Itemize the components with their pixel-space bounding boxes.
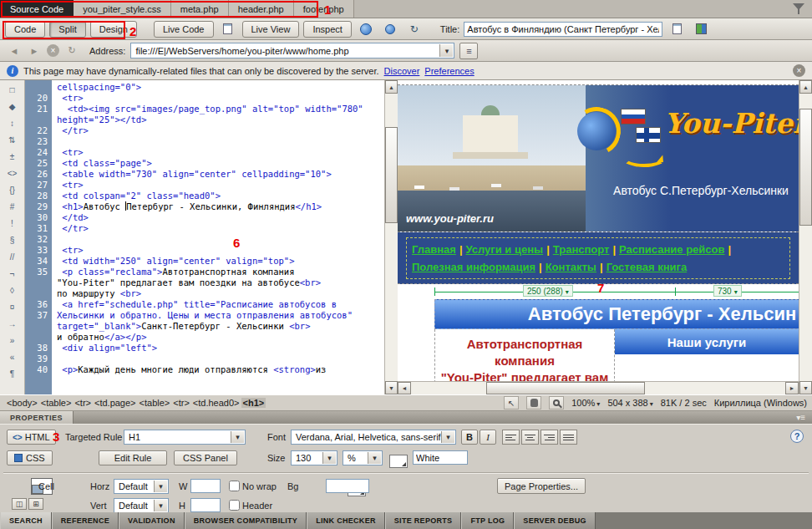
font-select[interactable]: Verdana, Arial, Helvetica, sans-serif: [291, 430, 456, 445]
open-documents-icon[interactable]: □: [4, 84, 21, 96]
design-h-thumb[interactable]: [486, 382, 645, 394]
site-nav-link[interactable]: Гостевая книга: [606, 261, 688, 273]
code-text[interactable]: [52, 136, 384, 147]
text-color-swatch[interactable]: [389, 455, 408, 468]
bottom-tab-browser-compatibility[interactable]: BROWSER COMPATIBILITY: [185, 512, 307, 529]
code-scrollbar[interactable]: ▲ ▼: [384, 80, 398, 394]
code-text[interactable]: <table width="730" align="center" cellpa…: [52, 169, 384, 180]
syntax-error-alerts-icon[interactable]: §: [4, 234, 21, 247]
code-text[interactable]: </tr>: [52, 125, 384, 136]
scroll-right-icon[interactable]: ►: [785, 382, 799, 394]
bg-color-input[interactable]: [326, 479, 369, 493]
code-text[interactable]: </tr>: [52, 223, 384, 234]
live-view-button[interactable]: Live View: [242, 21, 300, 38]
split-view-button[interactable]: Split: [49, 21, 85, 38]
highlight-invalid-code-icon[interactable]: !: [4, 217, 21, 230]
bottom-tab-search[interactable]: SEARCH: [0, 512, 52, 529]
design-scrollbar-thumb[interactable]: [799, 109, 812, 226]
code-text[interactable]: <h1>Автобус Петербург - Хельсинки, Финля…: [52, 201, 384, 212]
scroll-down-icon[interactable]: ▼: [799, 381, 812, 394]
related-file-tab[interactable]: you_piter_style.css: [74, 0, 171, 18]
targeted-rule-select[interactable]: H1: [124, 430, 246, 445]
site-nav-link[interactable]: Полезная информация: [412, 261, 535, 273]
site-nav-link[interactable]: Главная: [412, 243, 456, 256]
preview-in-browser-icon[interactable]: [356, 21, 376, 38]
code-view-button[interactable]: Code: [5, 21, 45, 38]
code-text[interactable]: <td><img src="images/page_top.png" alt="…: [52, 104, 384, 125]
select-tool-icon[interactable]: ↖: [504, 396, 519, 409]
services-cell[interactable]: Наши услуги: [615, 329, 799, 381]
site-nav-link[interactable]: Контакты: [546, 261, 596, 273]
site-nav-link[interactable]: Расписание рейсов: [619, 243, 724, 256]
related-file-tab[interactable]: meta.php: [171, 0, 229, 18]
tag-selector-item[interactable]: <tr>: [171, 398, 191, 408]
italic-button[interactable]: I: [480, 430, 496, 445]
size-select[interactable]: 130: [291, 450, 337, 465]
apply-comment-icon[interactable]: //: [4, 251, 21, 263]
remove-comment-icon[interactable]: ¬: [4, 267, 21, 280]
file-management-icon[interactable]: [667, 21, 687, 38]
wrap-tag-icon[interactable]: ◊: [4, 284, 21, 297]
preferences-link[interactable]: Preferences: [424, 66, 474, 76]
code-text[interactable]: <tr>: [52, 180, 384, 191]
related-file-tab[interactable]: footer.php: [294, 0, 354, 18]
code-text[interactable]: <a href="schedule.php" title="Расписание…: [52, 299, 384, 310]
code-text[interactable]: <p>Каждый день многие люди отправляются …: [52, 364, 384, 375]
discover-link[interactable]: Discover: [384, 66, 420, 76]
check-browser-compatibility-icon[interactable]: [380, 21, 400, 38]
code-text[interactable]: cellspacing="0">: [52, 82, 384, 93]
move-css-rule-icon[interactable]: →: [4, 318, 21, 330]
tag-selector-item[interactable]: <h1>: [241, 398, 266, 408]
refresh-design-view-icon[interactable]: ↻: [404, 21, 424, 38]
align-justify-button[interactable]: [560, 430, 577, 445]
bottom-tab-server-debug[interactable]: SERVER DEBUG: [514, 512, 595, 529]
recent-snippets-icon[interactable]: ¤: [4, 301, 21, 313]
collapse-full-tag-icon[interactable]: ↕: [4, 117, 21, 130]
merge-cells-icon[interactable]: ◫: [12, 498, 27, 510]
column-width-marker[interactable]: 250 (288)▾: [523, 285, 573, 297]
code-text[interactable]: <td width="250" align="center" valign="t…: [52, 256, 384, 267]
tag-selector-item[interactable]: <table>: [138, 398, 172, 408]
cell-width-input[interactable]: [190, 479, 221, 493]
site-nav-link[interactable]: Услуги и цены: [466, 243, 544, 256]
code-scrollbar-track[interactable]: [385, 94, 398, 381]
indent-code-icon[interactable]: »: [4, 334, 21, 347]
code-text[interactable]: <tr>: [52, 147, 384, 158]
code-scrollbar-thumb[interactable]: [385, 127, 398, 223]
collapse-selection-icon[interactable]: ⇅: [4, 134, 21, 146]
outdent-code-icon[interactable]: «: [4, 351, 21, 364]
scroll-up-icon[interactable]: ▲: [799, 80, 812, 94]
bold-button[interactable]: B: [461, 430, 478, 445]
design-scrollbar[interactable]: ▲ ▼: [799, 80, 812, 394]
design-view[interactable]: www.you-piter.ru You-Piter Автобус С.Пет…: [398, 80, 799, 394]
code-text[interactable]: <td class="page">: [52, 158, 384, 169]
site-header[interactable]: www.you-piter.ru You-Piter Автобус С.Пет…: [398, 85, 799, 232]
inspect-button[interactable]: Inspect: [303, 21, 351, 38]
code-text[interactable]: <tr>: [52, 93, 384, 104]
format-source-code-icon[interactable]: ¶: [4, 368, 21, 380]
promo-cell[interactable]: Автотранспортная компания "You-Piter" пр…: [434, 329, 615, 381]
zoom-level[interactable]: 100%▾: [571, 398, 600, 408]
page-properties-button[interactable]: Page Properties...: [497, 478, 586, 494]
bottom-tab-site-reports[interactable]: SITE REPORTS: [385, 512, 462, 529]
scroll-left-icon[interactable]: ◄: [398, 382, 411, 394]
expand-all-icon[interactable]: ±: [4, 150, 21, 163]
page-heading[interactable]: Автобус Петербург - Хельсин: [434, 299, 799, 329]
tag-selector-item[interactable]: <tr>: [73, 398, 93, 408]
code-text[interactable]: Хельсинки и обратно. Цены и места отправ…: [52, 310, 384, 343]
tag-selector-item[interactable]: <table>: [39, 398, 74, 408]
code-text[interactable]: </td>: [52, 212, 384, 223]
window-size[interactable]: 504 x 388▾: [607, 398, 652, 408]
no-wrap-checkbox[interactable]: [229, 481, 240, 491]
design-horizontal-scrollbar[interactable]: ◄ ►: [398, 381, 799, 394]
document-title-input[interactable]: [464, 22, 662, 37]
design-h-track[interactable]: [411, 382, 785, 394]
site-nav-link[interactable]: Транспорт: [553, 243, 610, 256]
code-text[interactable]: [52, 234, 384, 245]
scroll-down-icon[interactable]: ▼: [385, 381, 398, 394]
bottom-tab-reference[interactable]: REFERENCE: [52, 512, 119, 529]
close-info-bar-icon[interactable]: ×: [793, 64, 805, 77]
help-icon[interactable]: ?: [790, 430, 804, 443]
select-parent-tag-icon[interactable]: <>: [4, 167, 21, 180]
scroll-up-icon[interactable]: ▲: [385, 80, 398, 94]
